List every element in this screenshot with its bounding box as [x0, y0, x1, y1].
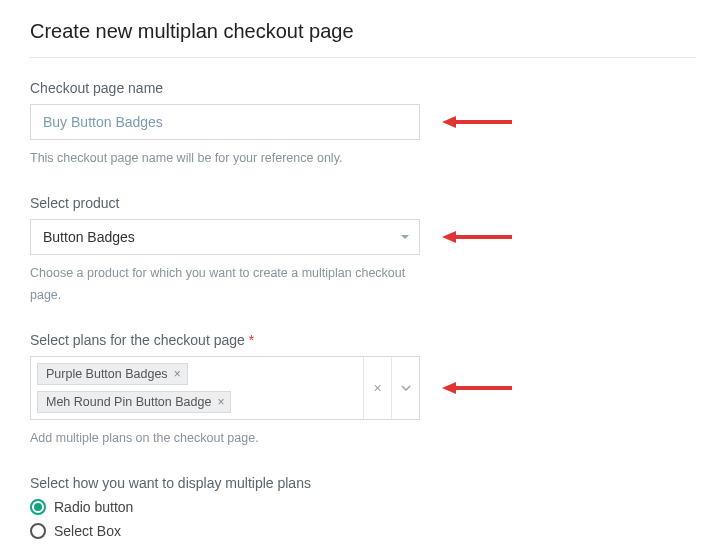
product-select-value: Button Badges	[43, 229, 135, 245]
label-checkout-name: Checkout page name	[30, 80, 696, 96]
radio-option-select-box[interactable]: Select Box	[30, 523, 696, 539]
plan-tag-label: Meh Round Pin Button Badge	[46, 395, 211, 409]
plan-tag: Meh Round Pin Button Badge ×	[37, 391, 231, 413]
helper-select-plans: Add multiple plans on the checkout page.	[30, 428, 420, 449]
svg-marker-5	[442, 382, 456, 394]
page-title: Create new multiplan checkout page	[30, 20, 696, 43]
field-select-plans: Select plans for the checkout page * Pur…	[30, 332, 696, 449]
plan-tag: Purple Button Badges ×	[37, 363, 188, 385]
arrow-annotation-icon	[442, 379, 512, 397]
helper-select-product: Choose a product for which you want to c…	[30, 263, 420, 306]
label-select-plans: Select plans for the checkout page *	[30, 332, 696, 348]
plans-multiselect[interactable]: Purple Button Badges × Meh Round Pin But…	[30, 356, 420, 420]
tag-remove-icon[interactable]: ×	[174, 367, 181, 381]
svg-marker-1	[442, 116, 456, 128]
radio-indicator-checked	[30, 499, 46, 515]
radio-option-radio-button[interactable]: Radio button	[30, 499, 696, 515]
field-select-product: Select product Button Badges Choose a pr…	[30, 195, 696, 306]
required-mark: *	[249, 332, 254, 348]
clear-all-button[interactable]: ×	[363, 357, 391, 419]
divider	[30, 57, 696, 58]
radio-indicator	[30, 523, 46, 539]
plans-tags-area: Purple Button Badges × Meh Round Pin But…	[31, 357, 363, 419]
radio-label: Select Box	[54, 523, 121, 539]
arrow-annotation-icon	[442, 113, 512, 131]
label-display-mode: Select how you want to display multiple …	[30, 475, 696, 491]
label-select-product: Select product	[30, 195, 696, 211]
plan-tag-label: Purple Button Badges	[46, 367, 168, 381]
helper-checkout-name: This checkout page name will be for your…	[30, 148, 420, 169]
caret-down-icon	[401, 235, 409, 239]
label-select-plans-text: Select plans for the checkout page	[30, 332, 245, 348]
tag-remove-icon[interactable]: ×	[217, 395, 224, 409]
checkout-name-input[interactable]	[30, 104, 420, 140]
product-select[interactable]: Button Badges	[30, 219, 420, 255]
dropdown-toggle[interactable]	[391, 357, 419, 419]
arrow-annotation-icon	[442, 228, 512, 246]
field-checkout-name: Checkout page name This checkout page na…	[30, 80, 696, 169]
radio-label: Radio button	[54, 499, 133, 515]
field-display-mode: Select how you want to display multiple …	[30, 475, 696, 539]
svg-marker-3	[442, 231, 456, 243]
